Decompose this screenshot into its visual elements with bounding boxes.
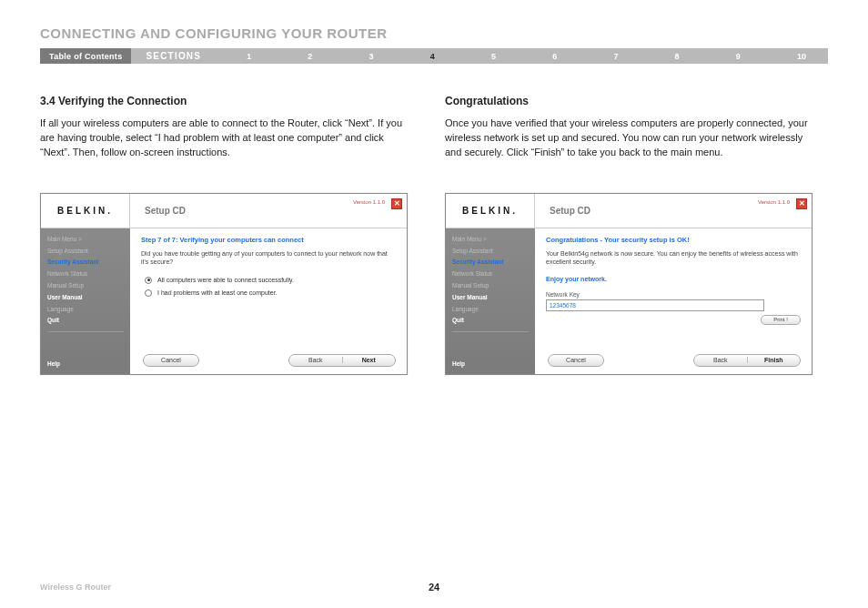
left-column: 3.4 Verifying the Connection If all your… (40, 95, 423, 160)
radio-icon (145, 289, 152, 297)
sidebar-item-language[interactable]: Language (47, 306, 124, 313)
left-body: If all your wireless computers are able … (40, 117, 404, 160)
sidebar-item-network-status[interactable]: Network Status (452, 270, 529, 278)
sidebar-item-security-assistant[interactable]: Security Assistant (47, 258, 124, 266)
radio-label: I had problems with at least one compute… (157, 289, 278, 296)
cancel-button[interactable]: Cancel (143, 354, 199, 367)
section-2[interactable]: 2 (302, 52, 318, 61)
app-header: BELKIN. Setup CD Version 1.1.0 ✕ (41, 194, 407, 228)
section-nav: Table of Contents SECTIONS 1 2 3 4 5 6 7… (40, 48, 828, 64)
step-question: Did you have trouble getting any of your… (141, 249, 396, 267)
sidebar-item-security-assistant[interactable]: Security Assistant (452, 258, 529, 266)
radio-success[interactable]: All computers were able to connect succe… (145, 277, 396, 284)
brand-logo: BELKIN. (57, 206, 113, 216)
screenshot-verify: BELKIN. Setup CD Version 1.1.0 ✕ Main Me… (40, 193, 408, 375)
version-label: Version 1.1.0 (758, 199, 790, 205)
section-5[interactable]: 5 (486, 52, 501, 61)
next-button[interactable]: Next (342, 357, 396, 363)
section-6[interactable]: 6 (547, 52, 562, 61)
sidebar-divider (47, 331, 124, 332)
sidebar-divider (452, 331, 529, 332)
right-heading: Congratulations (445, 95, 828, 107)
content-pane: Congratulations - Your security setup is… (535, 228, 812, 374)
section-10[interactable]: 10 (792, 52, 812, 61)
back-button[interactable]: Back (289, 357, 342, 363)
sidebar-item-setup-assistant[interactable]: Setup Assistant (452, 248, 529, 255)
app-title: Setup CD (145, 206, 186, 216)
congrats-heading: Congratulations - Your security setup is… (546, 236, 801, 244)
section-1[interactable]: 1 (241, 52, 257, 61)
close-icon[interactable]: ✕ (796, 198, 807, 209)
screenshot-congrats: BELKIN. Setup CD Version 1.1.0 ✕ Main Me… (445, 193, 812, 375)
section-8[interactable]: 8 (670, 52, 685, 61)
radio-icon (145, 277, 152, 284)
version-label: Version 1.1.0 (353, 199, 385, 205)
print-button[interactable]: Print ! (761, 315, 801, 325)
sidebar-item-main-menu[interactable]: Main Menu > (47, 236, 124, 243)
sidebar-item-manual-setup[interactable]: Manual Setup (47, 282, 124, 289)
radio-label: All computers were able to connect succe… (157, 277, 294, 283)
sidebar-item-network-status[interactable]: Network Status (47, 270, 124, 278)
close-icon[interactable]: ✕ (391, 198, 402, 209)
sidebar-item-quit[interactable]: Quit (452, 317, 529, 324)
radio-problem[interactable]: I had problems with at least one compute… (145, 289, 396, 297)
section-numbers: 1 2 3 4 5 6 7 8 9 10 (216, 48, 828, 64)
sidebar-item-language[interactable]: Language (452, 306, 529, 313)
page-title: CONNECTING AND CONFIGURING YOUR ROUTER (40, 25, 828, 41)
section-4[interactable]: 4 (425, 52, 440, 61)
section-9[interactable]: 9 (731, 52, 746, 61)
congrats-line: Your Belkin54g network is now secure. Yo… (546, 249, 801, 267)
left-heading: 3.4 Verifying the Connection (40, 95, 423, 107)
right-body: Once you have verified that your wireles… (445, 117, 809, 160)
sections-label: SECTIONS (131, 48, 216, 64)
back-next-group: Back Next (288, 354, 396, 367)
sidebar: Main Menu > Setup Assistant Security Ass… (41, 228, 130, 374)
cancel-button[interactable]: Cancel (548, 354, 604, 367)
network-key-input[interactable] (546, 299, 764, 311)
sidebar-item-main-menu[interactable]: Main Menu > (452, 236, 529, 243)
page-number: 24 (429, 582, 439, 593)
sidebar: Main Menu > Setup Assistant Security Ass… (446, 228, 535, 374)
back-finish-group: Back Finish (693, 354, 801, 367)
network-key-label: Network Key (546, 291, 801, 298)
sidebar-item-setup-assistant[interactable]: Setup Assistant (47, 248, 124, 255)
section-3[interactable]: 3 (364, 52, 379, 61)
sidebar-item-user-manual[interactable]: User Manual (452, 294, 529, 301)
content-pane: Step 7 of 7: Verifying your computers ca… (130, 228, 407, 374)
sidebar-item-quit[interactable]: Quit (47, 317, 124, 324)
back-button[interactable]: Back (694, 357, 747, 363)
brand-logo: BELKIN. (462, 206, 518, 216)
toc-link[interactable]: Table of Contents (40, 48, 131, 64)
right-column: Congratulations Once you have verified t… (445, 95, 828, 160)
sidebar-item-user-manual[interactable]: User Manual (47, 294, 124, 301)
help-link[interactable]: Help (47, 360, 60, 367)
help-link[interactable]: Help (452, 360, 465, 367)
product-name: Wireless G Router (40, 583, 111, 592)
app-title: Setup CD (550, 206, 590, 216)
finish-button[interactable]: Finish (747, 357, 801, 363)
sidebar-item-manual-setup[interactable]: Manual Setup (452, 282, 529, 289)
section-7[interactable]: 7 (608, 52, 623, 61)
app-header: BELKIN. Setup CD Version 1.1.0 ✕ (446, 194, 812, 228)
step-heading: Step 7 of 7: Verifying your computers ca… (141, 236, 396, 244)
enjoy-text: Enjoy your network. (546, 276, 801, 282)
